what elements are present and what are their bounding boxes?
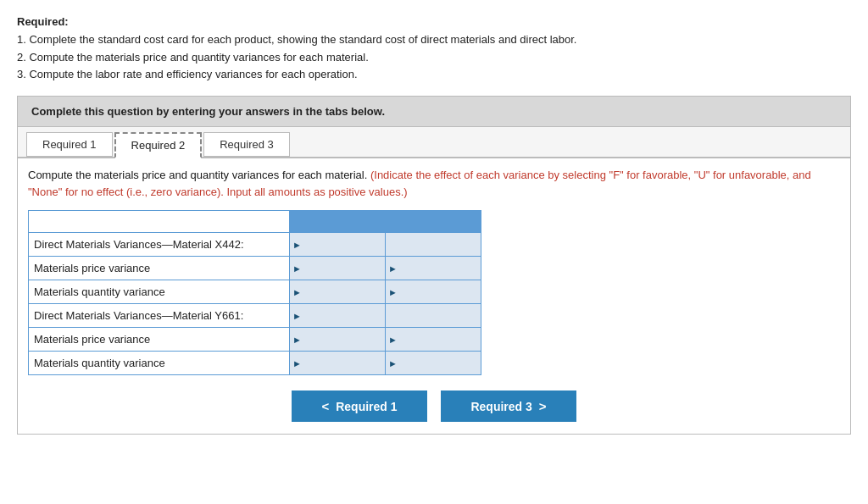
table-row: Direct Materials Variances—Material X442… bbox=[29, 233, 481, 257]
tabs-row: Required 1 Required 2 Required 3 bbox=[18, 127, 850, 158]
instruction-item-2: 2. Compute the materials price and quant… bbox=[17, 51, 369, 64]
row-label-mpv1: Materials price variance bbox=[29, 257, 290, 280]
navigation-buttons: Required 1 Required 3 bbox=[28, 390, 840, 422]
cell-mqv1-col1[interactable]: ► bbox=[290, 280, 386, 304]
cell-mpv2-col1[interactable]: ► bbox=[290, 328, 386, 352]
tab-required-3[interactable]: Required 3 bbox=[203, 132, 290, 157]
instructions-block: Required: 1. Complete the standard cost … bbox=[17, 14, 851, 84]
arrow-icon: ► bbox=[292, 335, 302, 345]
cell-y661-col2[interactable] bbox=[386, 304, 481, 328]
arrow-icon: ► bbox=[388, 358, 398, 368]
tabs-container: Required 1 Required 2 Required 3 Compute… bbox=[17, 127, 851, 435]
cell-x442-col1[interactable]: ► bbox=[290, 233, 386, 257]
arrow-icon: ► bbox=[292, 287, 302, 297]
arrow-icon: ► bbox=[292, 311, 302, 321]
table-row: Materials price variance ► ► bbox=[29, 257, 481, 280]
instruction-item-1: 1. Complete the standard cost card for e… bbox=[17, 33, 576, 46]
table-row: Direct Materials Variances—Material Y661… bbox=[29, 304, 481, 328]
cell-mpv1-col1[interactable]: ► bbox=[290, 257, 386, 280]
cell-y661-col1[interactable]: ► bbox=[290, 304, 386, 328]
variances-table: Direct Materials Variances—Material X442… bbox=[28, 210, 481, 375]
tab-required-1[interactable]: Required 1 bbox=[26, 132, 113, 157]
tab-content: Compute the materials price and quantity… bbox=[18, 158, 850, 434]
required-label: Required: bbox=[17, 15, 69, 28]
arrow-icon: ► bbox=[388, 287, 398, 297]
instruction-item-3: 3. Compute the labor rate and efficiency… bbox=[17, 68, 358, 80]
next-button[interactable]: Required 3 bbox=[441, 390, 576, 422]
prev-button[interactable]: Required 1 bbox=[292, 390, 427, 422]
row-label-y661: Direct Materials Variances—Material Y661… bbox=[29, 304, 290, 328]
arrow-icon: ► bbox=[388, 263, 398, 274]
cell-mpv1-col2[interactable]: ► bbox=[386, 257, 481, 280]
cell-x442-col2[interactable] bbox=[386, 233, 481, 257]
cell-mqv1-col2[interactable]: ► bbox=[386, 280, 481, 304]
table-row: Materials quantity variance ► ► bbox=[29, 280, 481, 304]
cell-mqv2-col2[interactable]: ► bbox=[386, 352, 481, 375]
arrow-icon: ► bbox=[292, 358, 302, 368]
cell-mpv2-col2[interactable]: ► bbox=[386, 328, 481, 352]
row-label-mqv2: Materials quantity variance bbox=[29, 352, 290, 375]
row-label-mpv2: Materials price variance bbox=[29, 328, 290, 352]
row-label-x442: Direct Materials Variances—Material X442… bbox=[29, 233, 290, 257]
prev-button-label: Required 1 bbox=[336, 400, 397, 413]
table-row: Materials price variance ► ► bbox=[29, 328, 481, 352]
table-row: Materials quantity variance ► ► bbox=[29, 352, 481, 375]
content-instruction: Compute the materials price and quantity… bbox=[28, 167, 840, 200]
row-label-mqv1: Materials quantity variance bbox=[29, 280, 290, 304]
chevron-right-icon bbox=[539, 399, 547, 413]
next-button-label: Required 3 bbox=[470, 400, 531, 413]
tab-required-2[interactable]: Required 2 bbox=[114, 132, 203, 158]
arrow-icon: ► bbox=[388, 335, 398, 345]
arrow-icon: ► bbox=[292, 263, 302, 274]
cell-mqv2-col1[interactable]: ► bbox=[290, 352, 386, 375]
arrow-icon: ► bbox=[292, 240, 302, 250]
chevron-left-icon bbox=[321, 399, 329, 413]
complete-banner: Complete this question by entering your … bbox=[17, 96, 851, 127]
